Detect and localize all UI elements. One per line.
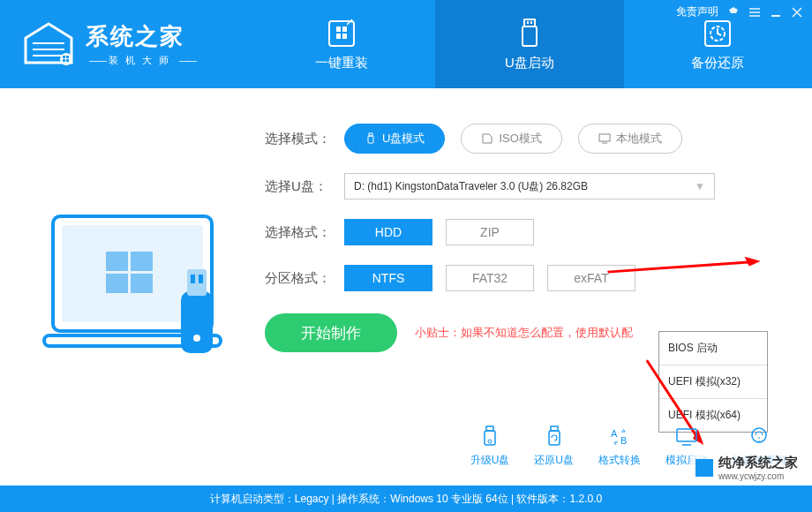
upgrade-icon	[477, 425, 502, 449]
svg-point-30	[488, 440, 492, 443]
svg-rect-3	[63, 59, 65, 62]
watermark: 纯净系统之家 www.ycwjzy.com	[690, 452, 803, 484]
watermark-icon	[695, 459, 713, 477]
tool-upgrade-usb[interactable]: 升级U盘	[470, 425, 510, 468]
usb-small-icon	[365, 132, 377, 145]
tip-text: 小贴士：如果不知道怎么配置，使用默认配	[415, 325, 633, 341]
mode-local[interactable]: 本地模式	[578, 124, 682, 154]
svg-rect-5	[329, 21, 354, 46]
logo-title: 系统之家	[86, 21, 199, 52]
reinstall-icon	[326, 18, 357, 49]
minimize-icon[interactable]	[770, 6, 782, 19]
partition-fat32[interactable]: FAT32	[446, 265, 534, 291]
tab-reinstall[interactable]: 一键重装	[247, 0, 435, 88]
partition-exfat[interactable]: exFAT	[547, 265, 635, 291]
illustration	[18, 115, 265, 477]
svg-rect-2	[66, 56, 69, 58]
backup-icon	[702, 18, 733, 49]
iso-icon	[481, 132, 493, 145]
convert-icon: AB	[607, 425, 632, 449]
theme-icon[interactable]	[727, 6, 740, 19]
partition-ntfs[interactable]: NTFS	[344, 265, 432, 291]
svg-point-20	[193, 335, 200, 342]
usb-select[interactable]: D: (hd1) KingstonDataTraveler 3.0 (U盘) 2…	[344, 173, 715, 200]
format-hdd[interactable]: HDD	[344, 219, 432, 245]
menu-icon[interactable]	[748, 6, 761, 19]
svg-rect-18	[191, 275, 195, 283]
svg-rect-8	[523, 26, 537, 46]
mode-label: 选择模式：	[265, 131, 344, 147]
monitor-icon	[598, 132, 611, 145]
svg-rect-16	[181, 291, 213, 353]
usb-icon	[514, 18, 545, 49]
close-icon[interactable]	[791, 6, 803, 19]
svg-rect-7	[524, 19, 535, 26]
svg-rect-10	[530, 21, 532, 24]
svg-text:B: B	[620, 435, 627, 446]
svg-point-36	[752, 428, 766, 442]
boot-uefi32[interactable]: UEFI 模拟(x32)	[659, 365, 767, 399]
svg-rect-19	[199, 275, 203, 283]
svg-rect-9	[527, 21, 529, 24]
svg-rect-1	[63, 56, 65, 58]
svg-rect-4	[66, 59, 69, 62]
tool-format-convert[interactable]: AB 格式转换	[598, 425, 641, 468]
svg-point-37	[758, 440, 760, 442]
chevron-down-icon: ▼	[695, 180, 705, 192]
partition-label: 分区格式：	[265, 270, 344, 287]
tool-restore-usb[interactable]: 还原U盘	[534, 425, 574, 468]
boot-menu: BIOS 启动 UEFI 模拟(x32) UEFI 模拟(x64)	[658, 331, 768, 433]
format-label: 选择格式：	[265, 224, 344, 241]
svg-text:A: A	[611, 428, 618, 439]
svg-rect-22	[368, 136, 373, 143]
tab-usb-boot[interactable]: U盘启动	[435, 0, 623, 88]
svg-rect-17	[187, 269, 207, 296]
window-controls: 免责声明	[676, 4, 803, 19]
svg-rect-23	[599, 134, 610, 141]
mode-iso[interactable]: ISO模式	[461, 124, 561, 154]
logo: 系统之家 装机大师	[0, 0, 247, 88]
usb-label: 选择U盘：	[265, 178, 344, 195]
restore-icon	[542, 425, 567, 449]
simulate-icon	[674, 425, 699, 449]
status-bar: 计算机启动类型：Legacy | 操作系统：Windows 10 专业版 64位…	[0, 486, 812, 512]
header: 系统之家 装机大师 一键重装 U盘启动 备份还原 免责声明	[0, 0, 812, 88]
mode-usb[interactable]: U盘模式	[344, 124, 445, 154]
svg-rect-32	[549, 431, 560, 445]
logo-icon	[22, 22, 75, 66]
boot-bios[interactable]: BIOS 启动	[659, 332, 767, 365]
logo-subtitle: 装机大师	[86, 54, 199, 67]
disclaimer-link[interactable]: 免责声明	[676, 4, 718, 19]
start-button[interactable]: 开始制作	[265, 313, 397, 352]
svg-rect-35	[677, 429, 696, 441]
hotkey-icon	[747, 425, 771, 449]
format-zip[interactable]: ZIP	[446, 219, 534, 245]
